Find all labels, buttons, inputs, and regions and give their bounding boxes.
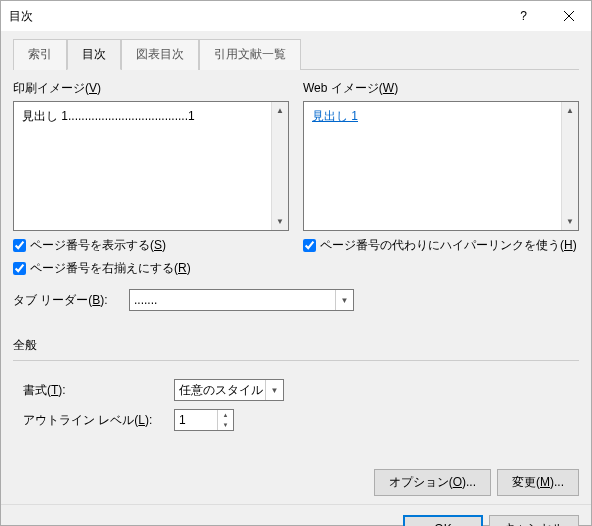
- general-label: 全般: [13, 337, 579, 354]
- show-page-numbers-checkbox[interactable]: [13, 239, 26, 252]
- tab-leader-select[interactable]: ....... ▼: [129, 289, 354, 311]
- print-preview-scrollbar[interactable]: ▲ ▼: [271, 102, 288, 230]
- cancel-button[interactable]: キャンセル: [489, 515, 579, 526]
- modify-button[interactable]: 変更(M)...: [497, 469, 579, 496]
- spin-up-icon[interactable]: ▲: [218, 410, 233, 420]
- close-button[interactable]: [546, 1, 591, 31]
- ok-button[interactable]: OK: [403, 515, 483, 526]
- print-preview-col: 印刷イメージ(V) 見出し 1.........................…: [13, 80, 289, 277]
- tab-toc[interactable]: 目次: [67, 39, 121, 70]
- formats-label: 書式(T):: [23, 382, 168, 399]
- help-button[interactable]: ?: [501, 1, 546, 31]
- tab-leader-row: タブ リーダー(B): ....... ▼: [13, 289, 579, 311]
- show-page-numbers-row[interactable]: ページ番号を表示する(S): [13, 237, 289, 254]
- print-preview-box: 見出し 1...................................…: [13, 101, 289, 231]
- outline-levels-spinner[interactable]: 1 ▲ ▼: [174, 409, 234, 431]
- outline-levels-row: アウトライン レベル(L): 1 ▲ ▼: [23, 409, 579, 431]
- tab-figures[interactable]: 図表目次: [121, 39, 199, 70]
- formats-row: 書式(T): 任意のスタイル ▼: [23, 379, 579, 401]
- tab-index[interactable]: 索引: [13, 39, 67, 70]
- web-preview-link: 見出し 1: [312, 109, 358, 123]
- tab-strip: 索引 目次 図表目次 引用文献一覧: [13, 39, 579, 70]
- general-group: 書式(T): 任意のスタイル ▼ アウトライン レベル(L): 1 ▲ ▼: [13, 371, 579, 431]
- close-icon: [564, 11, 574, 21]
- right-align-checkbox[interactable]: [13, 262, 26, 275]
- toc-dialog: 目次 ? 索引 目次 図表目次 引用文献一覧 印刷イメージ(V) 見出し 1..…: [0, 0, 592, 526]
- dialog-title: 目次: [9, 8, 501, 25]
- scroll-up-icon[interactable]: ▲: [272, 102, 288, 119]
- scroll-down-icon[interactable]: ▼: [272, 213, 288, 230]
- titlebar: 目次 ?: [1, 1, 591, 31]
- spin-down-icon[interactable]: ▼: [218, 420, 233, 430]
- use-hyperlinks-checkbox[interactable]: [303, 239, 316, 252]
- print-preview-label: 印刷イメージ(V): [13, 80, 289, 97]
- outline-levels-label: アウトライン レベル(L):: [23, 412, 168, 429]
- preview-row: 印刷イメージ(V) 見出し 1.........................…: [13, 80, 579, 277]
- web-preview-content: 見出し 1: [304, 102, 561, 230]
- web-preview-col: Web イメージ(W) 見出し 1 ▲ ▼ ページ番号の代わりにハイパーリンクを…: [303, 80, 579, 277]
- web-preview-label: Web イメージ(W): [303, 80, 579, 97]
- chevron-down-icon: ▼: [335, 290, 353, 310]
- options-row: オプション(O)... 変更(M)...: [13, 431, 579, 496]
- use-hyperlinks-row[interactable]: ページ番号の代わりにハイパーリンクを使う(H): [303, 237, 579, 254]
- web-preview-scrollbar[interactable]: ▲ ▼: [561, 102, 578, 230]
- divider: [13, 360, 579, 361]
- chevron-down-icon: ▼: [265, 380, 283, 400]
- dialog-content: 索引 目次 図表目次 引用文献一覧 印刷イメージ(V) 見出し 1.......…: [1, 31, 591, 504]
- formats-select[interactable]: 任意のスタイル ▼: [174, 379, 284, 401]
- web-preview-box: 見出し 1 ▲ ▼: [303, 101, 579, 231]
- tab-authorities[interactable]: 引用文献一覧: [199, 39, 301, 70]
- dialog-footer: OK キャンセル: [1, 504, 591, 526]
- scroll-up-icon[interactable]: ▲: [562, 102, 578, 119]
- options-button[interactable]: オプション(O)...: [374, 469, 491, 496]
- scroll-down-icon[interactable]: ▼: [562, 213, 578, 230]
- right-align-row[interactable]: ページ番号を右揃えにする(R): [13, 260, 289, 277]
- print-preview-content: 見出し 1...................................…: [14, 102, 271, 230]
- tab-leader-label: タブ リーダー(B):: [13, 292, 123, 309]
